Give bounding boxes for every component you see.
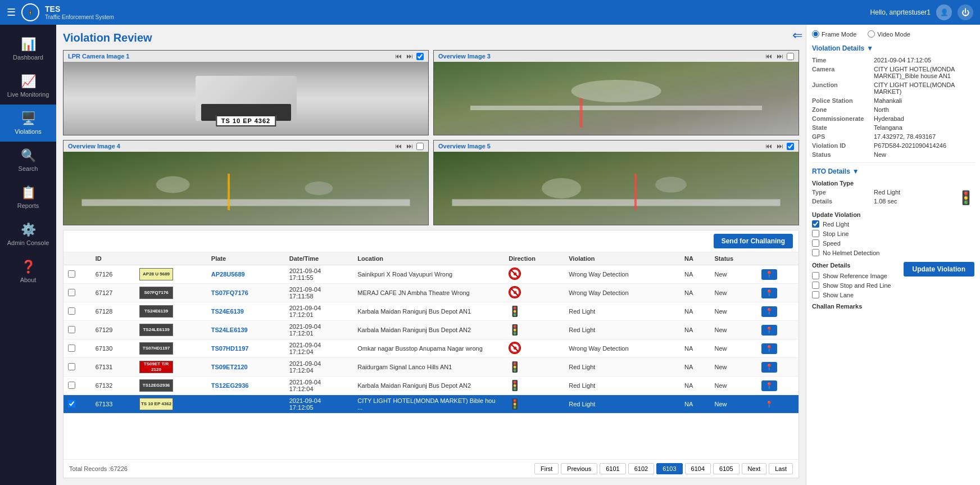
row-checkbox[interactable]: [68, 289, 75, 296]
plate-link[interactable]: TS24E6139: [211, 308, 244, 315]
table-row[interactable]: 67126 AP28 U 5689 AP28U5689 2021-09-04 1…: [63, 265, 798, 284]
send-challan-button[interactable]: Send for Challaning: [714, 234, 793, 248]
row-checkbox[interactable]: [68, 345, 75, 352]
sidebar-item-violations[interactable]: 🖥️ Violations: [0, 105, 56, 142]
sidebar-item-dashboard[interactable]: 📊 Dashboard: [0, 30, 56, 67]
table-row[interactable]: 67130 TS07HD1197 TS07HD1197 2021-09-04 1…: [63, 339, 798, 358]
map-button[interactable]: 📍: [761, 325, 777, 336]
sidebar-item-about[interactable]: ❓ About: [0, 253, 56, 290]
row-checkbox-cell[interactable]: [63, 339, 91, 358]
plate-link[interactable]: TS07HD1197: [211, 345, 249, 352]
row-checkbox-cell[interactable]: [63, 302, 91, 321]
pagination-button[interactable]: 6104: [685, 463, 711, 474]
row-plate-number[interactable]: TS07HD1197: [207, 339, 285, 358]
row-action[interactable]: 📍: [757, 395, 798, 414]
back-arrow-icon[interactable]: ⇐: [792, 28, 802, 43]
update-violation-button[interactable]: Update Violation: [904, 262, 974, 277]
row-plate-number[interactable]: TS07FQ7176: [207, 284, 285, 302]
row-checkbox-cell[interactable]: [63, 395, 91, 414]
table-row[interactable]: 67131 TS09ET T/R 2120 TS09ET2120 2021-09…: [63, 358, 798, 377]
frame-mode-input[interactable]: [812, 30, 819, 38]
menu-icon[interactable]: ☰: [7, 6, 16, 19]
map-button[interactable]: 📍: [761, 343, 777, 354]
map-button[interactable]: 📍: [761, 362, 777, 373]
row-checkbox-cell[interactable]: [63, 358, 91, 377]
show-reference-checkbox[interactable]: [812, 272, 819, 279]
row-checkbox-cell[interactable]: [63, 284, 91, 302]
row-plate-number[interactable]: TS12EG2936: [207, 377, 285, 395]
user-icon[interactable]: 👤: [936, 4, 952, 20]
row-action[interactable]: 📍: [757, 284, 798, 302]
cam-checkbox-5[interactable]: [787, 143, 794, 150]
pagination-button[interactable]: First: [534, 463, 559, 474]
table-row[interactable]: 67128 TS24E6139 TS24E6139 2021-09-04 17:…: [63, 302, 798, 321]
cam-next-btn-1[interactable]: ⏭: [405, 52, 414, 60]
cam-checkbox-4[interactable]: [416, 143, 424, 150]
table-row[interactable]: 67132 TS12EG2936 TS12EG2936 2021-09-04 1…: [63, 377, 798, 395]
speed-checkbox[interactable]: [812, 239, 819, 247]
row-plate-number[interactable]: AP28U5689: [207, 265, 285, 284]
no-helmet-checkbox[interactable]: [812, 249, 819, 256]
row-checkbox[interactable]: [68, 400, 75, 407]
map-button[interactable]: 📍: [761, 306, 777, 317]
cam-next-btn-5[interactable]: ⏭: [775, 142, 784, 150]
show-lane-checkbox[interactable]: [812, 291, 819, 298]
pagination-button[interactable]: 6101: [600, 463, 625, 474]
pagination-button[interactable]: Next: [742, 463, 767, 474]
row-checkbox[interactable]: [68, 270, 75, 278]
plate-link[interactable]: AP28U5689: [211, 271, 245, 278]
map-button[interactable]: 📍: [761, 288, 777, 298]
red-light-checkbox[interactable]: [812, 220, 819, 228]
checkbox-show-stop-line[interactable]: Show Stop and Red Line: [812, 282, 974, 289]
row-checkbox[interactable]: [68, 363, 75, 370]
map-button[interactable]: 📍: [761, 269, 777, 280]
row-plate-number[interactable]: TS24LE6139: [207, 321, 285, 339]
table-row[interactable]: 67129 TS24LE6139 TS24LE6139 2021-09-04 1…: [63, 321, 798, 339]
plate-link[interactable]: TS24LE6139: [211, 327, 248, 333]
row-action[interactable]: 📍: [757, 265, 798, 284]
sidebar-item-admin-console[interactable]: ⚙️ Admin Console: [0, 216, 56, 253]
pagination-button[interactable]: 6105: [713, 463, 739, 474]
row-checkbox-cell[interactable]: [63, 377, 91, 395]
row-checkbox-cell[interactable]: [63, 265, 91, 284]
table-row[interactable]: 67127 S07FQ7176 TS07FQ7176 2021-09-04 17…: [63, 284, 798, 302]
row-action[interactable]: 📍: [757, 302, 798, 321]
plate-link[interactable]: TS12EG2936: [211, 382, 249, 389]
row-action[interactable]: 📍: [757, 339, 798, 358]
plate-link[interactable]: TS07FQ7176: [211, 289, 248, 296]
pagination-button[interactable]: Previous: [561, 463, 597, 474]
cam-prev-btn-1[interactable]: ⏮: [394, 52, 403, 60]
pagination-button[interactable]: 6102: [628, 463, 654, 474]
cam-next-btn-3[interactable]: ⏭: [775, 52, 784, 60]
checkbox-show-lane[interactable]: Show Lane: [812, 291, 974, 298]
checkbox-red-light[interactable]: Red Light: [812, 220, 974, 228]
pagination-button[interactable]: Last: [769, 463, 793, 474]
plate-link[interactable]: TS10EP4362: [211, 401, 248, 407]
sidebar-item-reports[interactable]: 📋 Reports: [0, 179, 56, 216]
sidebar-item-live-monitoring[interactable]: 📈 Live Monitoring: [0, 67, 56, 105]
row-action[interactable]: 📍: [757, 358, 798, 377]
map-button[interactable]: 📍: [761, 399, 777, 410]
checkbox-show-reference[interactable]: Show Reference Image: [812, 272, 904, 279]
checkbox-stop-line[interactable]: Stop Line: [812, 230, 974, 237]
power-icon[interactable]: ⏻: [958, 4, 973, 20]
video-mode-input[interactable]: [868, 30, 875, 38]
cam-prev-btn-5[interactable]: ⏮: [764, 142, 773, 150]
row-checkbox[interactable]: [68, 307, 75, 315]
map-button[interactable]: 📍: [761, 380, 777, 391]
sidebar-item-search[interactable]: 🔍 Search: [0, 142, 56, 179]
cam-checkbox-1[interactable]: [416, 53, 424, 60]
row-checkbox[interactable]: [68, 382, 75, 389]
cam-checkbox-3[interactable]: [787, 53, 794, 60]
plate-link[interactable]: TS09ET2120: [211, 364, 248, 370]
checkbox-no-helmet[interactable]: No Helmet Detection: [812, 249, 974, 256]
table-row[interactable]: 67133 TS 10 EP 4362 TS10EP4362 2021-09-0…: [63, 395, 798, 414]
row-checkbox-cell[interactable]: [63, 321, 91, 339]
cam-prev-btn-3[interactable]: ⏮: [764, 52, 773, 60]
video-mode-radio[interactable]: Video Mode: [868, 30, 910, 38]
stop-line-checkbox[interactable]: [812, 230, 819, 237]
pagination-button[interactable]: 6103: [656, 463, 682, 474]
row-action[interactable]: 📍: [757, 321, 798, 339]
row-checkbox[interactable]: [68, 326, 75, 333]
cam-next-btn-4[interactable]: ⏭: [405, 142, 414, 150]
